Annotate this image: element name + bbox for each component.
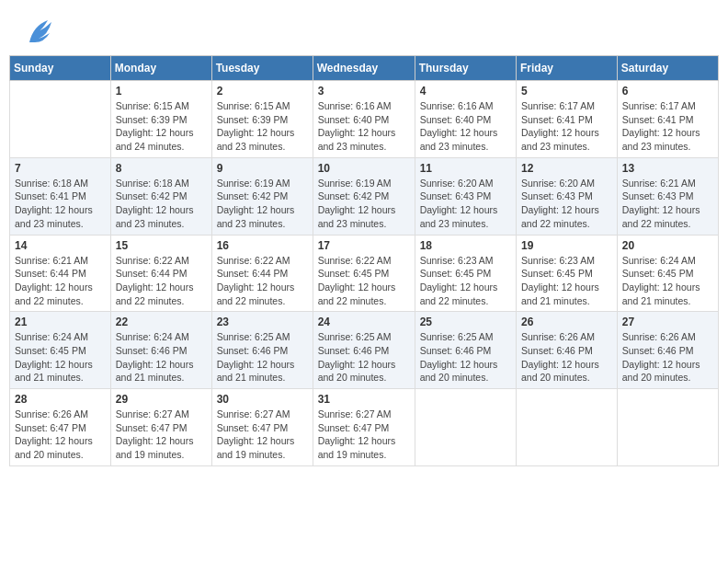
day-detail: Sunrise: 6:26 AM Sunset: 6:47 PM Dayligh… bbox=[15, 408, 106, 462]
day-detail: Sunrise: 6:25 AM Sunset: 6:46 PM Dayligh… bbox=[217, 330, 308, 385]
calendar-week-row: 28Sunrise: 6:26 AM Sunset: 6:47 PM Dayli… bbox=[10, 389, 719, 466]
day-number: 31 bbox=[318, 393, 410, 406]
day-detail: Sunrise: 6:16 AM Sunset: 6:40 PM Dayligh… bbox=[318, 99, 410, 154]
day-detail: Sunrise: 6:24 AM Sunset: 6:46 PM Dayligh… bbox=[116, 330, 207, 385]
day-number: 17 bbox=[318, 239, 410, 252]
calendar-cell: 13Sunrise: 6:21 AM Sunset: 6:43 PM Dayli… bbox=[617, 157, 718, 235]
day-number: 20 bbox=[622, 239, 713, 252]
day-number: 23 bbox=[217, 316, 308, 328]
day-number: 6 bbox=[622, 85, 713, 98]
day-detail: Sunrise: 6:18 AM Sunset: 6:42 PM Dayligh… bbox=[116, 177, 207, 231]
day-number: 25 bbox=[420, 316, 511, 328]
day-number: 22 bbox=[116, 316, 207, 328]
day-number: 14 bbox=[15, 239, 106, 252]
day-number: 3 bbox=[318, 85, 410, 98]
day-detail: Sunrise: 6:22 AM Sunset: 6:44 PM Dayligh… bbox=[217, 254, 308, 308]
calendar-cell: 5Sunrise: 6:17 AM Sunset: 6:41 PM Daylig… bbox=[517, 81, 618, 158]
calendar-table: SundayMondayTuesdayWednesdayThursdayFrid… bbox=[9, 55, 719, 466]
day-number: 12 bbox=[521, 162, 612, 175]
day-detail: Sunrise: 6:19 AM Sunset: 6:42 PM Dayligh… bbox=[217, 177, 308, 231]
day-number: 2 bbox=[217, 85, 308, 98]
day-number: 7 bbox=[15, 162, 106, 175]
calendar-header-row: SundayMondayTuesdayWednesdayThursdayFrid… bbox=[10, 56, 719, 81]
calendar-header-tuesday: Tuesday bbox=[211, 56, 313, 81]
calendar-cell: 21Sunrise: 6:24 AM Sunset: 6:45 PM Dayli… bbox=[10, 312, 111, 389]
day-number: 9 bbox=[217, 162, 308, 175]
calendar-header-saturday: Saturday bbox=[617, 56, 718, 81]
calendar-cell: 3Sunrise: 6:16 AM Sunset: 6:40 PM Daylig… bbox=[313, 81, 415, 158]
calendar-cell: 22Sunrise: 6:24 AM Sunset: 6:46 PM Dayli… bbox=[110, 312, 211, 389]
calendar-cell: 25Sunrise: 6:25 AM Sunset: 6:46 PM Dayli… bbox=[415, 312, 516, 389]
day-number: 11 bbox=[420, 162, 511, 175]
calendar-cell: 23Sunrise: 6:25 AM Sunset: 6:46 PM Dayli… bbox=[211, 312, 313, 389]
day-number: 8 bbox=[116, 162, 207, 175]
calendar-cell: 19Sunrise: 6:23 AM Sunset: 6:45 PM Dayli… bbox=[517, 235, 618, 312]
calendar-week-row: 14Sunrise: 6:21 AM Sunset: 6:44 PM Dayli… bbox=[10, 235, 719, 312]
day-detail: Sunrise: 6:20 AM Sunset: 6:43 PM Dayligh… bbox=[521, 177, 612, 231]
calendar-cell: 4Sunrise: 6:16 AM Sunset: 6:40 PM Daylig… bbox=[415, 81, 516, 158]
calendar-cell: 17Sunrise: 6:22 AM Sunset: 6:45 PM Dayli… bbox=[313, 235, 415, 312]
day-number: 18 bbox=[420, 239, 511, 252]
day-number: 4 bbox=[420, 85, 511, 98]
day-number: 16 bbox=[217, 239, 308, 252]
day-number: 5 bbox=[521, 85, 612, 98]
logo bbox=[18, 17, 57, 48]
day-detail: Sunrise: 6:21 AM Sunset: 6:43 PM Dayligh… bbox=[622, 177, 713, 231]
day-detail: Sunrise: 6:17 AM Sunset: 6:41 PM Dayligh… bbox=[622, 99, 713, 154]
calendar-cell: 28Sunrise: 6:26 AM Sunset: 6:47 PM Dayli… bbox=[10, 389, 111, 466]
day-detail: Sunrise: 6:15 AM Sunset: 6:39 PM Dayligh… bbox=[116, 99, 207, 154]
calendar-cell bbox=[617, 389, 718, 466]
day-detail: Sunrise: 6:16 AM Sunset: 6:40 PM Dayligh… bbox=[420, 99, 511, 154]
calendar-cell: 20Sunrise: 6:24 AM Sunset: 6:45 PM Dayli… bbox=[617, 235, 718, 312]
calendar-cell: 26Sunrise: 6:26 AM Sunset: 6:46 PM Dayli… bbox=[517, 312, 618, 389]
page-header bbox=[9, 9, 719, 52]
day-number: 28 bbox=[15, 393, 106, 406]
day-detail: Sunrise: 6:27 AM Sunset: 6:47 PM Dayligh… bbox=[318, 408, 410, 462]
day-detail: Sunrise: 6:24 AM Sunset: 6:45 PM Dayligh… bbox=[15, 330, 106, 385]
calendar-cell bbox=[415, 389, 516, 466]
calendar-header-sunday: Sunday bbox=[10, 56, 111, 81]
day-number: 19 bbox=[521, 239, 612, 252]
calendar-cell: 8Sunrise: 6:18 AM Sunset: 6:42 PM Daylig… bbox=[110, 157, 211, 235]
calendar-cell: 9Sunrise: 6:19 AM Sunset: 6:42 PM Daylig… bbox=[211, 157, 313, 235]
calendar-header-monday: Monday bbox=[110, 56, 211, 81]
day-detail: Sunrise: 6:15 AM Sunset: 6:39 PM Dayligh… bbox=[217, 99, 308, 154]
calendar-cell: 12Sunrise: 6:20 AM Sunset: 6:43 PM Dayli… bbox=[517, 157, 618, 235]
calendar-cell bbox=[10, 81, 111, 158]
day-detail: Sunrise: 6:22 AM Sunset: 6:45 PM Dayligh… bbox=[318, 254, 410, 308]
calendar-header-wednesday: Wednesday bbox=[313, 56, 415, 81]
day-number: 29 bbox=[116, 393, 207, 406]
day-detail: Sunrise: 6:25 AM Sunset: 6:46 PM Dayligh… bbox=[318, 330, 410, 385]
day-number: 10 bbox=[318, 162, 410, 175]
calendar-cell: 14Sunrise: 6:21 AM Sunset: 6:44 PM Dayli… bbox=[10, 235, 111, 312]
day-detail: Sunrise: 6:27 AM Sunset: 6:47 PM Dayligh… bbox=[116, 408, 207, 462]
calendar-header-friday: Friday bbox=[517, 56, 618, 81]
day-detail: Sunrise: 6:27 AM Sunset: 6:47 PM Dayligh… bbox=[217, 408, 308, 462]
calendar-cell bbox=[517, 389, 618, 466]
calendar-cell: 16Sunrise: 6:22 AM Sunset: 6:44 PM Dayli… bbox=[211, 235, 313, 312]
calendar-cell: 6Sunrise: 6:17 AM Sunset: 6:41 PM Daylig… bbox=[617, 81, 718, 158]
day-number: 26 bbox=[521, 316, 612, 328]
day-detail: Sunrise: 6:23 AM Sunset: 6:45 PM Dayligh… bbox=[420, 254, 511, 308]
day-detail: Sunrise: 6:23 AM Sunset: 6:45 PM Dayligh… bbox=[521, 254, 612, 308]
day-number: 13 bbox=[622, 162, 713, 175]
day-number: 21 bbox=[15, 316, 106, 328]
day-detail: Sunrise: 6:21 AM Sunset: 6:44 PM Dayligh… bbox=[15, 254, 106, 308]
calendar-cell: 27Sunrise: 6:26 AM Sunset: 6:46 PM Dayli… bbox=[617, 312, 718, 389]
day-detail: Sunrise: 6:26 AM Sunset: 6:46 PM Dayligh… bbox=[521, 330, 612, 385]
calendar-week-row: 1Sunrise: 6:15 AM Sunset: 6:39 PM Daylig… bbox=[10, 81, 719, 158]
calendar-header-thursday: Thursday bbox=[415, 56, 516, 81]
day-detail: Sunrise: 6:22 AM Sunset: 6:44 PM Dayligh… bbox=[116, 254, 207, 308]
day-detail: Sunrise: 6:24 AM Sunset: 6:45 PM Dayligh… bbox=[622, 254, 713, 308]
calendar-week-row: 7Sunrise: 6:18 AM Sunset: 6:41 PM Daylig… bbox=[10, 157, 719, 235]
calendar-cell: 29Sunrise: 6:27 AM Sunset: 6:47 PM Dayli… bbox=[110, 389, 211, 466]
calendar-cell: 31Sunrise: 6:27 AM Sunset: 6:47 PM Dayli… bbox=[313, 389, 415, 466]
logo-bird-icon bbox=[22, 17, 57, 48]
calendar-week-row: 21Sunrise: 6:24 AM Sunset: 6:45 PM Dayli… bbox=[10, 312, 719, 389]
day-detail: Sunrise: 6:20 AM Sunset: 6:43 PM Dayligh… bbox=[420, 177, 511, 231]
calendar-cell: 30Sunrise: 6:27 AM Sunset: 6:47 PM Dayli… bbox=[211, 389, 313, 466]
calendar-cell: 2Sunrise: 6:15 AM Sunset: 6:39 PM Daylig… bbox=[211, 81, 313, 158]
day-detail: Sunrise: 6:25 AM Sunset: 6:46 PM Dayligh… bbox=[420, 330, 511, 385]
day-number: 1 bbox=[116, 85, 207, 98]
day-number: 24 bbox=[318, 316, 410, 328]
